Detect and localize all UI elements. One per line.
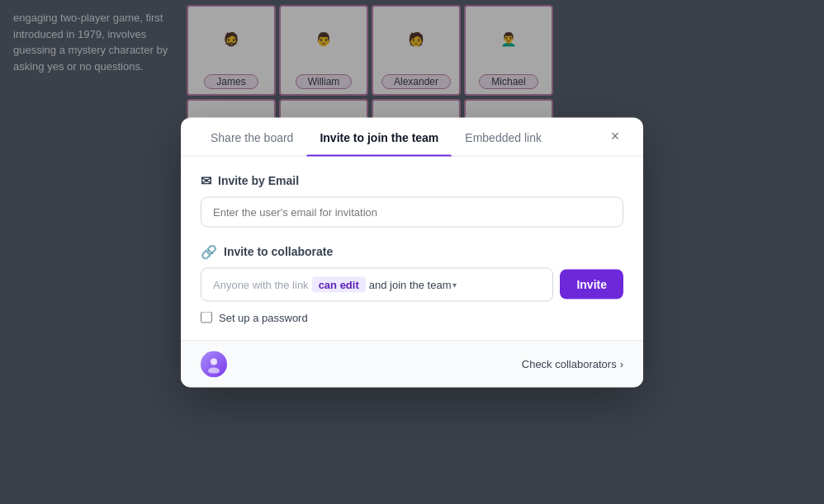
- tab-invite-team[interactable]: Invite to join the team: [306, 117, 452, 155]
- modal-body: ✉ Invite by Email 🔗 Invite to collaborat…: [181, 156, 643, 340]
- svg-point-0: [211, 358, 217, 365]
- email-section-header: ✉ Invite by Email: [201, 172, 623, 188]
- password-row: Set up a password: [201, 311, 623, 323]
- link-icon: 🔗: [201, 243, 217, 259]
- tab-share-board[interactable]: Share the board: [197, 117, 306, 155]
- avatar: [201, 351, 227, 377]
- collaborate-section-header: 🔗 Invite to collaborate: [201, 243, 623, 259]
- link-prefix-text: Anyone with the link: [213, 278, 309, 290]
- chevron-right-icon: ›: [620, 358, 623, 370]
- svg-point-1: [208, 367, 220, 373]
- modal-tabs: Share the board Invite to join the team …: [181, 117, 643, 156]
- avatar-image: [201, 351, 227, 377]
- link-suffix-text: and join the team: [369, 278, 452, 290]
- collaborate-row: Anyone with the link can edit and join t…: [201, 267, 623, 301]
- link-permission-box: Anyone with the link can edit and join t…: [201, 267, 553, 301]
- link-permission-dropdown[interactable]: and join the team ▾: [369, 278, 457, 290]
- email-icon: ✉: [201, 172, 211, 188]
- password-checkbox[interactable]: [201, 312, 212, 323]
- email-input[interactable]: [201, 196, 623, 227]
- tab-embedded-link[interactable]: Embedded link: [452, 117, 555, 155]
- chevron-down-icon: ▾: [452, 280, 457, 289]
- password-label: Set up a password: [219, 311, 308, 323]
- modal-footer: Check collaborators ›: [181, 340, 643, 387]
- invite-button[interactable]: Invite: [560, 270, 623, 299]
- check-collaborators-button[interactable]: Check collaborators ›: [522, 358, 623, 370]
- link-permission-badge[interactable]: can edit: [312, 276, 366, 292]
- close-button[interactable]: ×: [604, 125, 627, 148]
- invite-modal: Share the board Invite to join the team …: [181, 117, 643, 387]
